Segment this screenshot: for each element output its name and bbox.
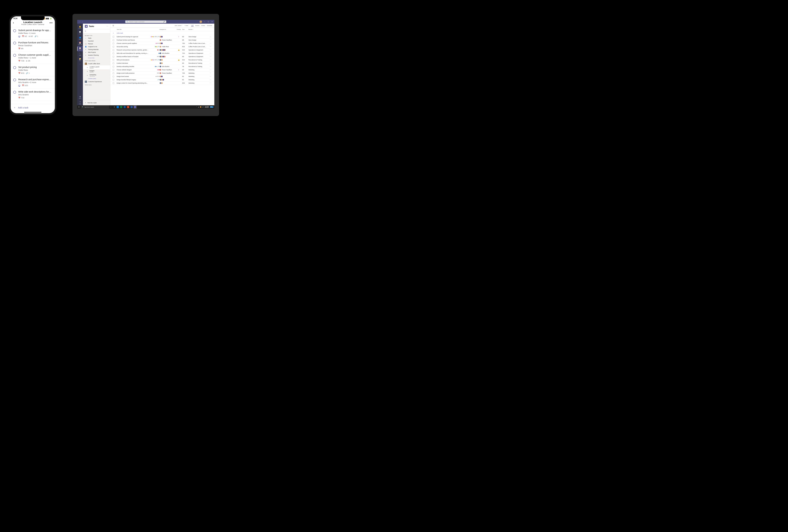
task-checkbox[interactable] [113, 49, 114, 51]
content-hamburger[interactable]: ☰ [113, 25, 114, 26]
outlook-app[interactable] [116, 105, 119, 109]
view-dropdown[interactable]: View: Active ˅ [175, 25, 182, 26]
task-checkbox[interactable] [13, 54, 16, 57]
rail-chat[interactable]: 💬Chat [77, 30, 83, 35]
task-item[interactable]: Choose customer goods suppliersHollie Re… [11, 52, 55, 64]
task-checkbox[interactable] [113, 53, 114, 54]
task-checkbox[interactable] [113, 79, 114, 81]
new-list-button[interactable]: ＋ New list or plan [83, 100, 110, 105]
row-more[interactable]: ⋯ [209, 62, 212, 64]
row-more[interactable]: ⋯ [209, 66, 212, 67]
row-more[interactable]: ⋯ [209, 56, 212, 57]
task-checkbox[interactable] [113, 69, 114, 71]
more-button[interactable]: ••• [50, 21, 53, 24]
hidden-teams-header[interactable]: Hidden teams [83, 83, 110, 86]
table-row[interactable]: Write job descriptions◐☰2/4🔗2🔔5/10Recrui… [110, 58, 214, 62]
rail-tasks[interactable]: 📋Tasks [77, 46, 83, 52]
plan-item[interactable]: ≡Location LaunchGeneral [83, 65, 110, 70]
table-row[interactable]: Design branded lifestyle imagery🔗38/1Mar… [110, 78, 214, 81]
list-item[interactable]: ≡Side Projects [83, 51, 110, 54]
row-more[interactable]: ⋯ [209, 59, 212, 61]
more-lists-link[interactable]: 3 more lists [83, 57, 110, 59]
task-checkbox[interactable] [13, 66, 16, 69]
home-indicator[interactable] [24, 112, 41, 113]
rail-calls[interactable]: 📞Calls [77, 52, 83, 57]
task-checkbox[interactable] [113, 72, 114, 74]
tray-onedrive-icon[interactable]: ☁ [198, 106, 199, 108]
tab-boards[interactable]: Boards [195, 25, 199, 26]
user-avatar[interactable] [199, 20, 202, 23]
list-item[interactable]: ⌂Tasks [83, 37, 110, 40]
task-checkbox[interactable] [13, 42, 16, 44]
start-button[interactable]: ⊞ [77, 106, 81, 108]
minimize-button[interactable]: — [203, 21, 206, 22]
phone-task-list[interactable]: Submit permit drawings for approvalHolli… [11, 27, 55, 108]
taskview-button[interactable]: ⧉ [113, 105, 116, 109]
taskbar-clock[interactable]: 8:14 AM 5/4/2020 [205, 106, 209, 108]
table-row[interactable]: Submit permit drawings for approval◐☰0/2… [110, 35, 214, 38]
plan-item[interactable]: ≡BudgetsGeneral [83, 70, 110, 73]
cortana-button[interactable]: ○ [109, 105, 113, 109]
table-row[interactable]: Design brand assets◐☰1/48/1Marketing⋯ [110, 75, 214, 78]
nav-forward[interactable]: › [81, 21, 84, 23]
add-task-row[interactable]: ＋ Add a task [110, 31, 214, 35]
list-item[interactable]: !Important [83, 40, 110, 42]
task-item[interactable]: Purchase furniture and fixturesRevan Sas… [11, 39, 55, 52]
search-input[interactable] [129, 21, 162, 22]
table-row[interactable]: Choose website designerRevan Sasidhan!6/… [110, 68, 214, 72]
rail-teams[interactable]: 👥Teams [77, 35, 83, 41]
row-more[interactable]: ⋯ [209, 36, 212, 38]
tray-network-icon[interactable]: 📶 [200, 106, 201, 108]
row-more[interactable]: ⋯ [209, 39, 212, 41]
task-item[interactable]: Submit permit drawings for approvalHolli… [11, 27, 55, 39]
task-item[interactable]: Research and purchase espresso...Idris I… [11, 76, 55, 88]
task-checkbox[interactable] [113, 59, 114, 61]
row-more[interactable]: ⋯ [209, 72, 212, 74]
mic-icon[interactable]: 🎤 [163, 21, 165, 22]
table-row[interactable]: Design content for Grand Opening adverti… [110, 81, 214, 85]
command-search[interactable]: 🔍 🎤 [125, 20, 166, 23]
table-row[interactable]: Choose customer goods suppliers☰2/67/20C… [110, 42, 214, 45]
tray-volume-icon[interactable]: 🔊 [202, 106, 204, 108]
team-item[interactable]: Fourth Coffee Store [83, 62, 110, 65]
rail-store[interactable]: ⊞Store [77, 95, 83, 100]
list-item[interactable]: 👤Assigned to me [83, 45, 110, 48]
task-checkbox[interactable] [13, 79, 16, 81]
powerpoint-app[interactable] [126, 105, 130, 109]
task-checkbox[interactable] [113, 36, 114, 38]
plan-item[interactable]: ≡SchedulingOperations [83, 73, 110, 77]
list-item[interactable]: ≡Training Materials [83, 48, 110, 51]
add-task-button[interactable]: ＋ Add a task [11, 104, 55, 111]
edge-app[interactable] [123, 105, 126, 109]
excel-app[interactable] [119, 105, 123, 109]
table-row[interactable]: Purchase furniture and fixturesRevan Sas… [110, 38, 214, 42]
close-button[interactable]: ✕ [211, 21, 213, 22]
tab-charts[interactable]: Charts [201, 25, 205, 26]
table-row[interactable]: Conduct interviews8/3Recruitment & Train… [110, 62, 214, 65]
row-more[interactable]: ⋯ [209, 82, 212, 84]
row-more[interactable]: ⋯ [209, 46, 212, 47]
task-checkbox[interactable] [113, 56, 114, 58]
task-checkbox[interactable] [113, 43, 114, 44]
rail-help[interactable]: ?Help [77, 100, 83, 105]
back-button[interactable]: ‹ [13, 21, 14, 24]
table-row[interactable]: Write side work descriptions for opening… [110, 52, 214, 55]
task-checkbox[interactable] [113, 66, 114, 67]
list-item[interactable]: 📋Planned [83, 42, 110, 45]
task-checkbox[interactable] [13, 29, 16, 32]
col-title[interactable]: Task title [117, 29, 149, 30]
hamburger-icon[interactable]: ☰ [85, 31, 86, 32]
task-checkbox[interactable] [13, 91, 16, 94]
panel-more[interactable]: ⋯ [107, 25, 108, 27]
rail-calendar[interactable]: 📅Calendar [77, 41, 83, 46]
row-more[interactable]: ⋯ [209, 49, 212, 51]
task-checkbox[interactable] [113, 46, 114, 47]
team-item[interactable]: Customer Experiences [83, 80, 110, 83]
task-checkbox[interactable] [113, 39, 114, 41]
row-more[interactable]: ⋯ [209, 76, 212, 77]
col-due[interactable]: Due [182, 29, 189, 30]
table-row[interactable]: Design social media presence☰0/3Revan Sa… [110, 72, 214, 75]
word-app[interactable] [130, 105, 133, 109]
row-more[interactable]: ⋯ [209, 53, 212, 54]
table-row[interactable]: Set product pricing🔗1Hollie Rees8/15Coff… [110, 45, 214, 48]
